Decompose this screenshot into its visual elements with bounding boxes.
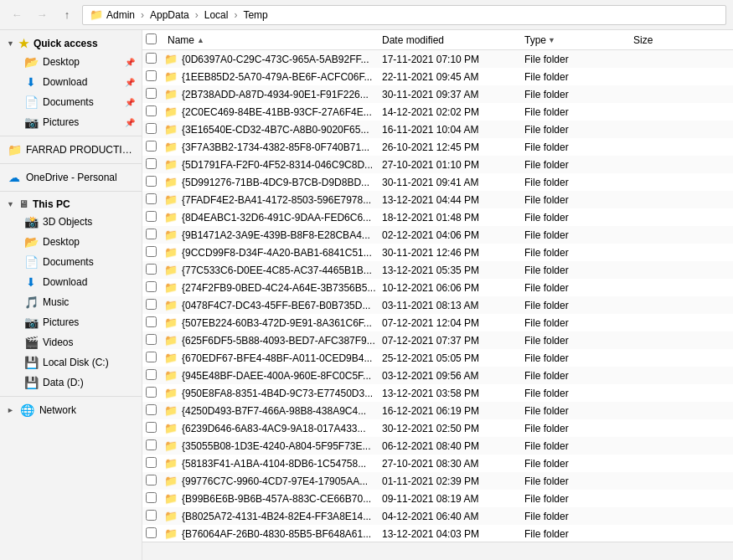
- this-pc-header[interactable]: ▼ 🖥 This PC: [0, 195, 142, 212]
- row-checkbox-8[interactable]: [146, 193, 164, 207]
- row-checkbox-15[interactable]: [146, 316, 164, 330]
- file-folder-icon: 📁: [164, 439, 179, 452]
- row-checkbox-6[interactable]: [146, 158, 164, 172]
- row-checkbox-1[interactable]: [146, 70, 164, 84]
- row-checkbox-7[interactable]: [146, 176, 164, 189]
- table-row[interactable]: 📁 {5D991276-71BB-4DC9-B7CB-D9D8BD... 30-…: [142, 173, 733, 191]
- table-row[interactable]: 📁 {1EEB85D2-5A70-479A-BE6F-ACFC06F... 22…: [142, 68, 733, 85]
- table-row[interactable]: 📁 {274F2FB9-0BED-4C24-A64E-3B7356B5... 1…: [142, 279, 733, 296]
- file-type: File folder: [524, 317, 633, 329]
- table-row[interactable]: 📁 {670EDF67-BFE4-48BF-A011-0CED9B4... 25…: [142, 349, 733, 367]
- table-row[interactable]: 📁 {950E8FA8-8351-4B4D-9C73-E77450D3... 1…: [142, 384, 733, 402]
- row-checkbox-2[interactable]: [146, 88, 164, 101]
- sidebar-item-documents-pc[interactable]: 📄 Documents: [13, 252, 142, 272]
- row-checkbox-27[interactable]: [146, 527, 164, 541]
- table-row[interactable]: 📁 {35055B08-1D3E-4240-A804-5F95F73E... 0…: [142, 437, 733, 455]
- table-row[interactable]: 📁 {8D4EABC1-32D6-491C-9DAA-FED6C6... 18-…: [142, 208, 733, 226]
- row-checkbox-20[interactable]: [146, 404, 164, 418]
- table-row[interactable]: 📁 {B76064AF-26B0-4830-85B5-BF648A61... 1…: [142, 525, 733, 542]
- col-header-date[interactable]: Date modified: [382, 34, 524, 46]
- row-checkbox-11[interactable]: [146, 246, 164, 259]
- select-all-checkbox[interactable]: [146, 33, 157, 44]
- file-type: File folder: [524, 247, 633, 259]
- col-header-size[interactable]: Size: [633, 34, 700, 46]
- table-row[interactable]: 📁 {507EB224-60B3-472D-9E91-8A361C6F... 0…: [142, 314, 733, 331]
- back-button[interactable]: ←: [7, 5, 27, 25]
- table-row[interactable]: 📁 {6239D646-6A83-4AC9-9A18-017A433... 30…: [142, 419, 733, 437]
- downloads-pc-icon: ⬇: [23, 275, 39, 289]
- row-checkbox-4[interactable]: [146, 123, 164, 136]
- row-checkbox-0[interactable]: [146, 53, 164, 66]
- sidebar-item-desktop-pc[interactable]: 📂 Desktop: [13, 232, 142, 252]
- table-row[interactable]: 📁 {2B738ADD-A87D-4934-90E1-F91F226... 30…: [142, 85, 733, 103]
- forward-button[interactable]: →: [32, 5, 52, 25]
- table-row[interactable]: 📁 {945E48BF-DAEE-400A-960E-8FC0C5F... 03…: [142, 367, 733, 384]
- file-name: {5D1791FA-F2F0-4F52-8314-046C9C8D...: [179, 159, 382, 171]
- table-row[interactable]: 📁 {2C0EC469-84BE-41BB-93CF-27A6F4E... 14…: [142, 103, 733, 121]
- sidebar-item-data-disk[interactable]: 💾 Data (D:): [13, 372, 142, 393]
- file-name: {6239D646-6A83-4AC9-9A18-017A433...: [179, 423, 382, 434]
- col-header-type[interactable]: Type ▼: [524, 34, 633, 46]
- row-checkbox-24[interactable]: [146, 475, 164, 488]
- sidebar-item-pictures-pc[interactable]: 📷 Pictures: [13, 312, 142, 332]
- sidebar-item-farrad[interactable]: 📁 FARRAD PRODUCTION: [0, 140, 142, 160]
- file-date: 03-12-2021 09:56 AM: [382, 370, 524, 382]
- row-checkbox-25[interactable]: [146, 492, 164, 506]
- row-checkbox-9[interactable]: [146, 211, 164, 224]
- col-header-name[interactable]: Name ▲: [164, 34, 382, 46]
- header-checkbox[interactable]: [146, 33, 164, 47]
- table-row[interactable]: 📁 {0478F4C7-DC43-45FF-BE67-B0B735D... 03…: [142, 296, 733, 314]
- sidebar-item-3dobjects[interactable]: 📸 3D Objects: [13, 212, 142, 232]
- file-name: {99776C7C-9960-4CD7-97E4-17905AA...: [179, 475, 382, 487]
- table-row[interactable]: 📁 {4250D493-B7F7-466A-98B8-438A9C4... 16…: [142, 402, 733, 419]
- row-checkbox-16[interactable]: [146, 334, 164, 347]
- up-button[interactable]: ↑: [57, 5, 77, 25]
- file-date: 02-12-2021 04:06 PM: [382, 229, 524, 241]
- sidebar-item-onedrive[interactable]: ☁ OneDrive - Personal: [0, 167, 142, 188]
- file-date: 25-12-2021 05:05 PM: [382, 352, 524, 364]
- sidebar-item-desktop[interactable]: 📂 Desktop 📌: [13, 52, 142, 72]
- row-checkbox-19[interactable]: [146, 387, 164, 400]
- table-row[interactable]: 📁 {9CCD99F8-D34F-4A20-BAB1-6841C51... 30…: [142, 244, 733, 261]
- videos-label: Videos: [43, 337, 135, 348]
- row-checkbox-14[interactable]: [146, 299, 164, 312]
- table-row[interactable]: 📁 {625F6DF5-5B88-4093-BED7-AFC387F9... 0…: [142, 331, 733, 349]
- sidebar-item-documents[interactable]: 📄 Documents 📌: [13, 92, 142, 112]
- row-checkbox-22[interactable]: [146, 439, 164, 453]
- row-checkbox-12[interactable]: [146, 264, 164, 277]
- table-row[interactable]: 📁 {3E16540E-CD32-4B7C-A8B0-9020F65... 16…: [142, 121, 733, 138]
- table-row[interactable]: 📁 {B8025A72-4131-4B24-82E4-FF3A8E14... 0…: [142, 507, 733, 525]
- table-row[interactable]: 📁 {3F7A3BB2-1734-4382-85F8-0F740B71... 2…: [142, 138, 733, 156]
- file-type: File folder: [524, 229, 633, 241]
- row-checkbox-10[interactable]: [146, 229, 164, 242]
- row-checkbox-21[interactable]: [146, 422, 164, 435]
- row-checkbox-3[interactable]: [146, 105, 164, 119]
- sidebar-item-music[interactable]: 🎵 Music: [13, 292, 142, 312]
- row-checkbox-5[interactable]: [146, 141, 164, 154]
- sidebar-item-videos[interactable]: 🎬 Videos: [13, 332, 142, 352]
- table-row[interactable]: 📁 {9B1471A2-3A9E-439B-B8F8-E28CBA4... 02…: [142, 226, 733, 244]
- file-type: File folder: [524, 194, 633, 206]
- row-checkbox-13[interactable]: [146, 281, 164, 295]
- sidebar-item-local-disk[interactable]: 💾 Local Disk (C:): [13, 352, 142, 372]
- address-crumb-bar[interactable]: 📁 Admin › AppData › Local › Temp: [82, 5, 726, 25]
- row-checkbox-26[interactable]: [146, 510, 164, 523]
- sidebar-item-network[interactable]: ► 🌐 Network: [0, 400, 142, 420]
- file-name: {9B1471A2-3A9E-439B-B8F8-E28CBA4...: [179, 229, 382, 241]
- table-row[interactable]: 📁 {B99B6E6B-9B6B-457A-883C-CE66B70... 09…: [142, 490, 733, 507]
- sidebar-item-pictures[interactable]: 📷 Pictures 📌: [13, 112, 142, 132]
- table-row[interactable]: 📁 {99776C7C-9960-4CD7-97E4-17905AA... 01…: [142, 472, 733, 490]
- quick-access-header[interactable]: ▼ ★ Quick access: [0, 33, 142, 52]
- sort-arrow-icon: ▲: [197, 36, 204, 44]
- row-checkbox-17[interactable]: [146, 352, 164, 365]
- sidebar-item-downloads-pc[interactable]: ⬇ Download: [13, 272, 142, 292]
- table-row[interactable]: 📁 {58183F41-A1BA-4104-8DB6-1C54758... 27…: [142, 455, 733, 472]
- table-row[interactable]: 📁 {0D6397A0-C29C-473C-965A-5AB92FF... 17…: [142, 50, 733, 68]
- table-row[interactable]: 📁 {5D1791FA-F2F0-4F52-8314-046C9C8D... 2…: [142, 156, 733, 173]
- row-checkbox-18[interactable]: [146, 369, 164, 383]
- table-row[interactable]: 📁 {77C533C6-D0EE-4C85-AC37-4465B1B... 13…: [142, 261, 733, 279]
- table-row[interactable]: 📁 {7FADF4E2-BA41-4172-8503-596E7978... 1…: [142, 191, 733, 208]
- sidebar-item-download-qa[interactable]: ⬇ Download 📌: [13, 72, 142, 92]
- row-checkbox-23[interactable]: [146, 457, 164, 470]
- file-date: 30-12-2021 02:50 PM: [382, 423, 524, 434]
